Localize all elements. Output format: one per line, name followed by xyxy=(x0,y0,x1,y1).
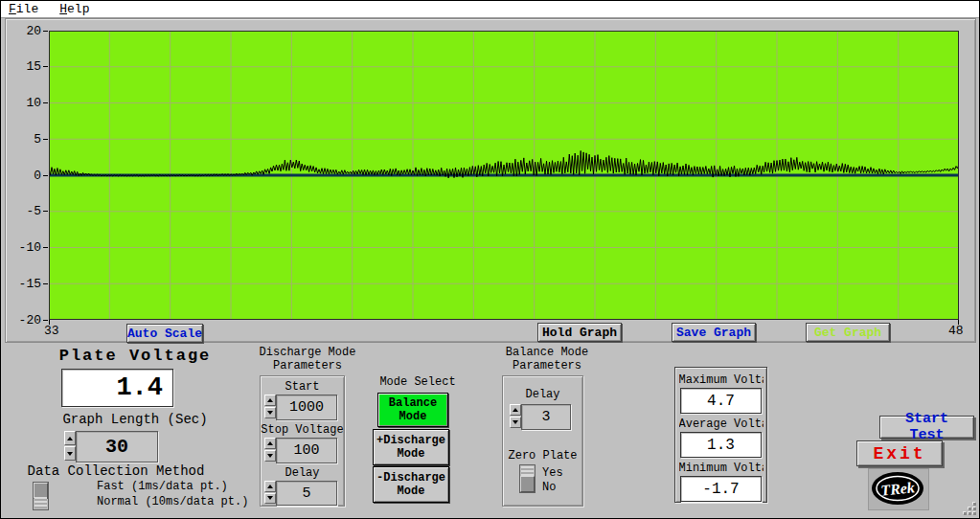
y-tick-label: -20 xyxy=(6,313,48,327)
chart-panel: 20151050-5-10-15-20 33 48 Auto Scale Hol… xyxy=(5,18,976,343)
start-voltage-spinner xyxy=(264,395,276,418)
balance-mode-line2: Mode xyxy=(399,410,427,423)
decrement-icon[interactable] xyxy=(264,493,276,505)
discharge-panel: Start Voltage 1000 Stop Voltage 100 Dela… xyxy=(260,375,345,507)
zero-plate-label: Zero Plate xyxy=(503,449,582,463)
y-tick-label: -10 xyxy=(6,241,48,255)
balance-mode-line1: Balance xyxy=(389,396,437,410)
pos-discharge-line2: Mode xyxy=(398,447,425,461)
discharge-delay-control: 5 xyxy=(264,481,337,506)
start-voltage-control: 1000 xyxy=(264,395,337,420)
balance-panel-title: Balance Mode Parameters xyxy=(494,346,600,372)
increment-icon[interactable] xyxy=(64,431,76,445)
y-tick-label: 0 xyxy=(6,169,48,182)
balance-mode-button[interactable]: Balance Mode xyxy=(377,393,448,427)
y-tick-label: 5 xyxy=(6,132,48,146)
voltage-stats-panel: Maximum Voltage 4.7 Average Voltage 1.3 … xyxy=(674,367,767,503)
start-test-button[interactable]: Start Test xyxy=(879,416,974,439)
maximum-voltage-value: 4.7 xyxy=(680,388,762,414)
y-tick-label: 15 xyxy=(6,60,48,74)
y-tick-label: -5 xyxy=(6,205,48,218)
increment-icon[interactable] xyxy=(264,395,276,406)
balance-title-line2: Parameters xyxy=(494,359,600,372)
y-tick-label: -15 xyxy=(6,277,48,290)
neg-discharge-line2: Mode xyxy=(398,485,425,498)
resize-grip[interactable] xyxy=(963,502,976,515)
menu-file[interactable]: File xyxy=(9,2,38,16)
zero-plate-option-no: No xyxy=(542,481,556,494)
toggle-handle[interactable] xyxy=(520,476,535,492)
balance-delay-control: 3 xyxy=(510,404,571,430)
zero-plate-option-yes: Yes xyxy=(542,466,563,480)
exit-button[interactable]: Exit xyxy=(856,440,943,466)
stop-voltage-control: 100 xyxy=(264,438,337,463)
mode-select-label: Mode Select xyxy=(375,375,461,389)
balance-delay-label: Delay xyxy=(503,388,582,401)
graph-length-value[interactable]: 30 xyxy=(76,431,158,463)
plate-voltage-title: Plate Voltage xyxy=(54,347,217,365)
decrement-icon[interactable] xyxy=(64,446,76,461)
menu-help[interactable]: Help xyxy=(59,2,89,16)
increment-icon[interactable] xyxy=(264,438,276,449)
balance-delay-value[interactable]: 3 xyxy=(521,404,571,430)
graph-length-control: 30 xyxy=(64,431,158,463)
stop-voltage-value[interactable]: 100 xyxy=(276,438,337,463)
data-collection-option-fast: Fast (1ms/data pt.) xyxy=(97,480,228,493)
increment-icon[interactable] xyxy=(264,481,276,492)
discharge-title-line1: Discharge Mode xyxy=(248,346,367,359)
stop-voltage-spinner xyxy=(264,438,276,462)
discharge-delay-spinner xyxy=(264,481,276,504)
balance-panel: Delay 3 Zero Plate Yes No xyxy=(502,375,583,507)
menu-file-label: ile xyxy=(16,2,38,16)
positive-discharge-mode-button[interactable]: +Discharge Mode xyxy=(373,429,449,465)
discharge-delay-label: Delay xyxy=(261,466,344,480)
data-collection-toggle[interactable] xyxy=(33,482,49,510)
y-tick-label: 20 xyxy=(6,24,48,37)
save-graph-button[interactable]: Save Graph xyxy=(672,323,756,342)
trek-logo: TRek xyxy=(868,468,929,510)
minimum-voltage-value: -1.7 xyxy=(680,476,762,502)
average-voltage-label: Average Voltage xyxy=(679,417,763,431)
toggle-groove xyxy=(34,497,47,508)
data-collection-option-normal: Normal (10ms/data pt.) xyxy=(97,495,248,508)
maximum-voltage-label: Maximum Voltage xyxy=(679,373,763,387)
get-graph-button: Get Graph xyxy=(806,323,890,342)
increment-icon[interactable] xyxy=(510,404,521,416)
pos-discharge-line1: +Discharge xyxy=(376,434,445,447)
auto-scale-button[interactable]: Auto Scale xyxy=(126,324,203,343)
neg-discharge-line1: -Discharge xyxy=(376,471,445,485)
negative-discharge-mode-button[interactable]: -Discharge Mode xyxy=(373,466,449,503)
decrement-icon[interactable] xyxy=(264,407,276,418)
waveform-plot xyxy=(49,31,959,320)
discharge-title-line2: Parameters xyxy=(248,359,367,372)
data-collection-label: Data Collection Method xyxy=(6,463,226,479)
plate-voltage-value: 1.4 xyxy=(61,369,173,407)
start-voltage-value[interactable]: 1000 xyxy=(276,395,337,420)
app-window: File Help 20151050-5-10-15-20 33 48 Auto… xyxy=(0,0,980,519)
hold-graph-button[interactable]: Hold Graph xyxy=(537,323,622,342)
average-voltage-value: 1.3 xyxy=(680,432,762,458)
discharge-panel-title: Discharge Mode Parameters xyxy=(248,346,367,372)
menu-bar: File Help xyxy=(1,1,979,18)
balance-title-line1: Balance Mode xyxy=(494,346,600,359)
discharge-delay-value[interactable]: 5 xyxy=(276,481,337,506)
waveform-svg xyxy=(49,31,959,320)
decrement-icon[interactable] xyxy=(264,450,276,462)
stop-voltage-label: Stop Voltage xyxy=(261,423,344,437)
graph-length-spinner xyxy=(64,431,76,461)
menu-help-accesskey: H xyxy=(59,2,67,16)
menu-help-label: elp xyxy=(67,2,89,16)
menu-file-accesskey: F xyxy=(9,2,16,16)
x-axis-end-label: 48 xyxy=(948,324,964,338)
balance-delay-spinner xyxy=(510,404,521,428)
trek-logo-icon: TRek xyxy=(869,469,926,508)
decrement-icon[interactable] xyxy=(510,417,521,428)
zero-plate-toggle[interactable] xyxy=(519,464,536,493)
graph-length-label: Graph Length (Sec) xyxy=(39,412,231,427)
y-tick-label: 10 xyxy=(6,97,48,110)
x-axis-start-label: 33 xyxy=(44,324,59,338)
minimum-voltage-label: Minimum Voltage xyxy=(679,462,763,475)
